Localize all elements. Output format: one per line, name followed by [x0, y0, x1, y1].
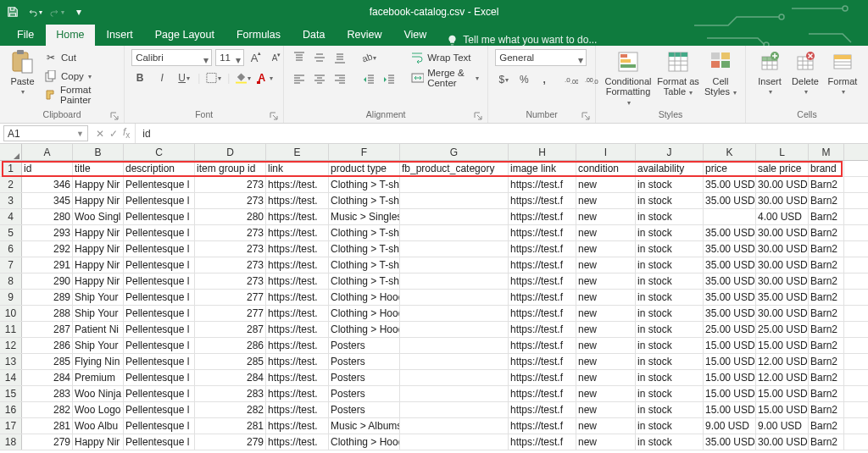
data-cell[interactable]: 30.00 USD [756, 193, 809, 208]
tab-file[interactable]: File [7, 25, 44, 46]
underline-button[interactable]: U▾ [175, 69, 192, 86]
worksheet-grid[interactable]: ABCDEFGHIJKLM 1idtitledescriptionitem gr… [0, 144, 868, 450]
header-cell[interactable]: fb_product_category [400, 161, 509, 176]
header-cell[interactable]: id [22, 161, 73, 176]
header-cell[interactable]: sale price [756, 161, 809, 176]
data-cell[interactable]: Clothing > Hoodies [329, 322, 400, 337]
data-cell[interactable]: https://test.f [509, 418, 576, 434]
data-cell[interactable]: Barn2 [809, 434, 844, 450]
data-cell[interactable]: Happy Nir [73, 273, 124, 289]
data-cell[interactable]: Pellentesque l [124, 177, 195, 192]
data-cell[interactable]: 277 [195, 290, 266, 305]
header-cell[interactable]: title [73, 161, 124, 176]
data-cell[interactable]: new [576, 418, 636, 434]
data-cell[interactable]: 289 [22, 290, 73, 305]
data-cell[interactable]: 30.00 USD [756, 241, 809, 257]
data-cell[interactable]: 273 [195, 177, 266, 192]
data-cell[interactable]: Woo Singl [73, 209, 124, 224]
increase-decimal-button[interactable]: .0.00 [563, 71, 580, 88]
data-cell[interactable]: 12.00 USD [756, 370, 809, 385]
data-cell[interactable]: https://test. [266, 257, 329, 273]
header-cell[interactable]: condition [576, 161, 636, 176]
data-cell[interactable]: in stock [636, 193, 704, 208]
data-cell[interactable]: 15.00 USD [704, 370, 756, 385]
tellme-search[interactable]: Tell me what you want to do... [447, 34, 597, 46]
data-cell[interactable]: 286 [195, 338, 266, 353]
col-header-C[interactable]: C [124, 144, 195, 160]
data-cell[interactable]: https://test. [266, 209, 329, 224]
data-cell[interactable]: https://test.f [509, 225, 576, 240]
data-cell[interactable]: Posters [329, 402, 400, 417]
data-cell[interactable]: Barn2 [809, 209, 844, 224]
data-cell[interactable]: in stock [636, 209, 704, 224]
data-cell[interactable]: new [576, 386, 636, 401]
data-cell[interactable]: Premium [73, 370, 124, 385]
data-cell[interactable]: new [576, 257, 636, 273]
data-cell[interactable]: in stock [636, 386, 704, 401]
conditional-formatting-button[interactable]: ConditionalFormatting ▾ [603, 49, 654, 108]
data-cell[interactable]: https://test. [266, 402, 329, 417]
data-cell[interactable]: 30.00 USD [756, 273, 809, 289]
data-cell[interactable] [400, 273, 509, 289]
data-cell[interactable]: in stock [636, 273, 704, 289]
data-cell[interactable]: in stock [636, 322, 704, 337]
data-cell[interactable]: Pellentesque l [124, 402, 195, 417]
shrink-font-button[interactable]: A▾ [268, 49, 285, 66]
data-cell[interactable]: https://test.f [509, 177, 576, 192]
col-header-L[interactable]: L [756, 144, 809, 160]
align-bottom-button[interactable] [331, 49, 348, 66]
data-cell[interactable]: Barn2 [809, 338, 844, 353]
data-cell[interactable]: Barn2 [809, 241, 844, 257]
data-cell[interactable]: 15.00 USD [704, 386, 756, 401]
data-cell[interactable] [400, 306, 509, 321]
data-cell[interactable]: Happy Nir [73, 241, 124, 257]
row-header[interactable]: 2 [0, 177, 22, 192]
col-header-K[interactable]: K [704, 144, 756, 160]
header-cell[interactable]: price [704, 161, 756, 176]
data-cell[interactable]: Clothing > T-shirts [329, 273, 400, 289]
data-cell[interactable]: 15.00 USD [704, 354, 756, 369]
data-cell[interactable]: Pellentesque l [124, 290, 195, 305]
data-cell[interactable]: https://test.f [509, 402, 576, 417]
data-cell[interactable]: https://test.f [509, 306, 576, 321]
data-cell[interactable] [400, 193, 509, 208]
row-header[interactable]: 17 [0, 418, 22, 434]
col-header-A[interactable]: A [22, 144, 73, 160]
data-cell[interactable]: Barn2 [809, 322, 844, 337]
data-cell[interactable]: 291 [22, 257, 73, 273]
align-right-button[interactable] [331, 71, 348, 88]
data-cell[interactable]: 30.00 USD [756, 434, 809, 450]
select-all-button[interactable] [0, 144, 22, 160]
data-cell[interactable]: 277 [195, 306, 266, 321]
dialog-launcher-icon[interactable] [110, 112, 119, 120]
data-cell[interactable]: Posters [329, 386, 400, 401]
format-painter-button[interactable]: Format Painter [43, 86, 117, 103]
dialog-launcher-icon[interactable] [270, 112, 278, 120]
data-cell[interactable]: Pellentesque l [124, 241, 195, 257]
increase-indent-button[interactable] [381, 71, 398, 88]
data-cell[interactable]: in stock [636, 241, 704, 257]
data-cell[interactable]: 25.00 USD [704, 322, 756, 337]
header-cell[interactable]: brand [809, 161, 844, 176]
data-cell[interactable]: https://test. [266, 418, 329, 434]
data-cell[interactable]: 280 [22, 209, 73, 224]
data-cell[interactable]: 279 [22, 434, 73, 450]
orientation-button[interactable]: ab▾ [360, 49, 377, 66]
data-cell[interactable]: https://test. [266, 177, 329, 192]
data-cell[interactable]: Pellentesque l [124, 209, 195, 224]
data-cell[interactable]: new [576, 209, 636, 224]
data-cell[interactable]: 35.00 USD [756, 290, 809, 305]
data-cell[interactable]: in stock [636, 257, 704, 273]
row-header[interactable]: 9 [0, 290, 22, 305]
data-cell[interactable]: 273 [195, 273, 266, 289]
comma-button[interactable]: , [536, 71, 553, 88]
data-cell[interactable]: new [576, 225, 636, 240]
data-cell[interactable]: Flying Nin [73, 354, 124, 369]
merge-center-button[interactable]: Merge & Center▾ [409, 69, 481, 86]
col-header-F[interactable]: F [329, 144, 400, 160]
data-cell[interactable]: new [576, 322, 636, 337]
format-cells-button[interactable]: Format▾ [824, 49, 861, 96]
data-cell[interactable]: new [576, 338, 636, 353]
data-cell[interactable]: 292 [22, 241, 73, 257]
data-cell[interactable]: 30.00 USD [756, 306, 809, 321]
